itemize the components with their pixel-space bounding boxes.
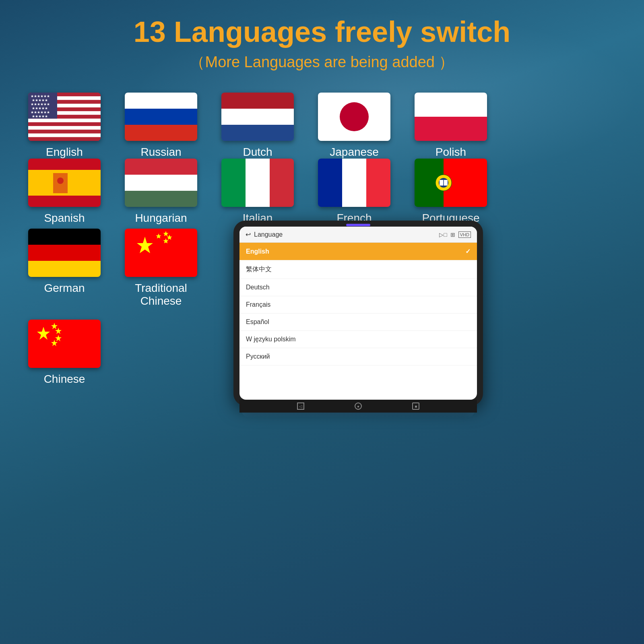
flag-chinese xyxy=(28,320,101,368)
svg-rect-24 xyxy=(221,93,294,109)
checkmark-icon: ✓ xyxy=(465,248,471,255)
img-icon: ⊞ xyxy=(450,231,455,238)
svg-rect-25 xyxy=(221,109,294,125)
flag-french xyxy=(318,159,390,207)
flags-row-1: ★★★★★★ ★★★★★ ★★★★★★ ★★★★★ ★★★★★★ ★★★★★ E… xyxy=(24,93,620,159)
lang-list-espanol: Español xyxy=(246,318,269,326)
lang-spanish: Spanish xyxy=(24,159,105,225)
flags-row-4: Chinese xyxy=(24,320,201,386)
svg-text:★★★★★: ★★★★★ xyxy=(32,98,48,102)
flag-japanese xyxy=(318,93,390,141)
flag-dutch xyxy=(221,93,294,141)
flag-russian xyxy=(125,93,197,141)
lang-hungarian: Hungarian xyxy=(121,159,201,225)
lang-list-item-deutsch[interactable]: Deutsch xyxy=(239,279,477,296)
lang-german-label: German xyxy=(44,282,85,295)
svg-rect-30 xyxy=(415,117,487,141)
svg-rect-59 xyxy=(28,320,101,368)
svg-rect-22 xyxy=(125,109,197,125)
svg-rect-26 xyxy=(221,125,294,141)
svg-rect-39 xyxy=(246,159,270,207)
svg-rect-13 xyxy=(28,137,101,141)
svg-rect-10 xyxy=(28,126,101,130)
svg-rect-23 xyxy=(125,125,197,141)
left-flags: German xyxy=(24,229,201,386)
flag-polish xyxy=(415,93,487,141)
vhd-icon: VHD xyxy=(458,231,471,238)
svg-text:★★★★★★: ★★★★★★ xyxy=(31,110,50,114)
tablet-screen: ↩ Language ▷□ ⊞ VHD English ✓ xyxy=(239,227,477,400)
flag-english: ★★★★★★ ★★★★★ ★★★★★★ ★★★★★ ★★★★★★ ★★★★★ xyxy=(28,93,101,141)
lang-english: ★★★★★★ ★★★★★ ★★★★★★ ★★★★★ ★★★★★★ ★★★★★ E… xyxy=(24,93,105,159)
svg-rect-12 xyxy=(28,134,101,137)
svg-rect-37 xyxy=(125,191,197,207)
lang-list-polish: W języku polskim xyxy=(246,336,296,343)
nav-home-btn[interactable]: ● xyxy=(355,402,362,410)
flag-spanish xyxy=(28,159,101,207)
svg-text:★★★★★★: ★★★★★★ xyxy=(31,94,50,98)
lang-chinese-label: Chinese xyxy=(44,373,85,386)
lang-hungarian-label: Hungarian xyxy=(135,212,187,225)
flag-italian xyxy=(221,159,294,207)
flag-german xyxy=(28,229,101,277)
lang-portuguese: Portuguese xyxy=(411,159,491,225)
lang-dutch-label: Dutch xyxy=(243,146,272,159)
nav-back-btn[interactable]: ◁ xyxy=(297,402,304,410)
screen-title: Language xyxy=(254,231,283,238)
svg-rect-52 xyxy=(28,261,101,277)
svg-rect-51 xyxy=(28,245,101,261)
svg-rect-8 xyxy=(28,119,101,122)
lang-list-francais: Français xyxy=(246,301,270,308)
lang-list-russian: Русский xyxy=(246,353,270,360)
lang-list-item-russian[interactable]: Русский xyxy=(239,348,477,365)
svg-rect-36 xyxy=(125,175,197,191)
svg-rect-21 xyxy=(125,93,197,109)
svg-point-34 xyxy=(57,178,64,184)
svg-rect-29 xyxy=(415,93,487,117)
nav-apps-btn[interactable]: ■ xyxy=(412,402,419,410)
lang-japanese-label: Japanese xyxy=(330,146,378,159)
flags-row-2: Spanish Hungarian Italian xyxy=(24,159,620,225)
tablet-bottom-bar: ◁ ● ■ xyxy=(239,400,477,413)
svg-rect-43 xyxy=(366,159,390,207)
screen-icons: ▷□ ⊞ VHD xyxy=(439,231,471,238)
lang-russian: Russian xyxy=(121,93,201,159)
svg-rect-50 xyxy=(28,229,101,245)
lang-english-label: English xyxy=(46,146,83,159)
lang-chinese: Chinese xyxy=(24,320,105,386)
lang-list-item-trad-chinese[interactable]: 繁体中文 xyxy=(239,260,477,279)
back-icon: ↩ xyxy=(246,231,251,238)
lang-list-item-polish[interactable]: W języku polskim xyxy=(239,331,477,348)
lang-list-item-francais[interactable]: Français xyxy=(239,296,477,314)
lang-german: German xyxy=(24,229,105,295)
svg-rect-41 xyxy=(318,159,342,207)
lang-list-english: English xyxy=(246,248,269,255)
lang-spanish-label: Spanish xyxy=(44,212,85,225)
flag-portuguese xyxy=(415,159,487,207)
lang-list-item-english[interactable]: English ✓ xyxy=(239,243,477,260)
lang-dutch: Dutch xyxy=(217,93,298,159)
svg-text:★★★★★★: ★★★★★★ xyxy=(31,102,50,106)
svg-rect-38 xyxy=(221,159,246,207)
flags-row-3: German xyxy=(24,229,201,308)
bottom-section: German xyxy=(24,229,620,418)
lang-polish-label: Polish xyxy=(436,146,466,159)
svg-rect-11 xyxy=(28,130,101,133)
svg-text:★★★★★: ★★★★★ xyxy=(32,114,48,118)
lang-trad-chinese: Traditional Chinese xyxy=(121,229,201,308)
main-content: 13 Languages freely switch （More Languag… xyxy=(0,0,644,434)
lang-italian: Italian xyxy=(217,159,298,225)
language-list: English ✓ 繁体中文 Deutsch Français xyxy=(239,243,477,365)
lang-russian-label: Russian xyxy=(140,146,181,159)
lang-japanese: Japanese xyxy=(314,93,394,159)
lang-list-item-espanol[interactable]: Español xyxy=(239,314,477,331)
sub-title: （More Languages are being added ） xyxy=(24,52,620,72)
svg-rect-53 xyxy=(125,229,197,277)
main-title: 13 Languages freely switch xyxy=(24,16,620,48)
lang-french: French xyxy=(314,159,394,225)
tablet-device: ↩ Language ▷□ ⊞ VHD English ✓ xyxy=(233,221,483,406)
video-icon: ▷□ xyxy=(439,231,447,238)
svg-text:★★★★★: ★★★★★ xyxy=(32,106,48,110)
svg-rect-40 xyxy=(270,159,294,207)
screen-back: ↩ Language xyxy=(246,231,283,238)
